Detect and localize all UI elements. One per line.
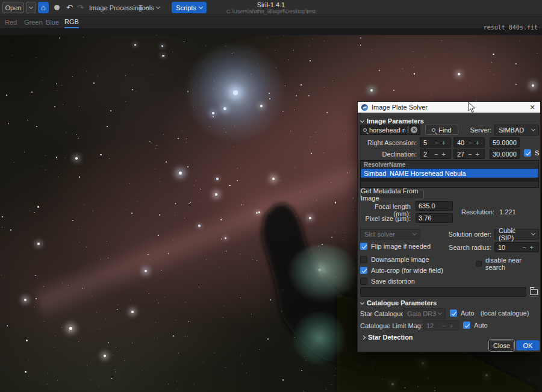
- flip-image-row[interactable]: Flip image if needed: [360, 243, 431, 250]
- tab-rgb-label: RGB: [64, 18, 79, 25]
- limit-mag-auto-checkbox[interactable]: [463, 322, 470, 329]
- undo-button[interactable]: [64, 2, 75, 13]
- search-input-value: horsehead nebula: [369, 126, 405, 134]
- star-catalogue-label: Star Catalogue:: [360, 310, 406, 317]
- minus-button[interactable]: −: [432, 139, 440, 146]
- dec-degrees-value: 2: [423, 151, 432, 158]
- record-circle-icon: [54, 5, 60, 10]
- tab-green[interactable]: Green: [24, 16, 43, 28]
- text-caret: [408, 126, 408, 133]
- table-row-selected[interactable]: Simbad NAME Horsehead Nebula: [361, 169, 538, 178]
- tab-blue-label: Blue: [46, 19, 59, 26]
- section-star-detection[interactable]: Star Detection: [361, 334, 413, 341]
- ok-button[interactable]: OK: [516, 340, 540, 350]
- open-dropdown-button[interactable]: [26, 2, 36, 13]
- dialog-titlebar[interactable]: Image Plate Solver: [358, 102, 540, 113]
- resolution-label: Resolution:: [461, 208, 494, 216]
- dialog-title: Image Plate Solver: [372, 104, 428, 111]
- teal-star-halo: [292, 311, 346, 365]
- ra-hours-value: 5: [423, 139, 432, 146]
- downsample-checkbox[interactable]: [360, 256, 367, 263]
- catalogue-auto-row[interactable]: Auto (local catalogue): [450, 310, 529, 317]
- siril-app-window: Siril-1.4.1 C:\Users\ahaha_9liwgef\Deskt…: [0, 0, 542, 392]
- plus-button[interactable]: +: [474, 151, 481, 158]
- plus-button[interactable]: +: [440, 139, 447, 146]
- focal-length-input[interactable]: 635.0: [416, 201, 453, 211]
- plus-button[interactable]: +: [528, 244, 535, 251]
- home-button[interactable]: [38, 2, 49, 13]
- minus-button[interactable]: −: [466, 151, 473, 158]
- south-checkbox-row[interactable]: S: [524, 149, 539, 157]
- search-radius-spinner[interactable]: 10 − +: [494, 242, 539, 252]
- resolver-table[interactable]: Resolver Name Simbad NAME Horsehead Nebu…: [360, 160, 539, 188]
- plus-button[interactable]: +: [440, 151, 447, 158]
- tab-red[interactable]: Red: [5, 16, 17, 28]
- minus-button[interactable]: −: [432, 151, 440, 158]
- flip-image-checkbox[interactable]: [360, 243, 367, 250]
- menu-scripts[interactable]: Scripts: [172, 2, 207, 13]
- section-catalogue-parameters[interactable]: Catalogue Parameters: [361, 299, 437, 306]
- dec-minutes-spinner[interactable]: 27 − +: [453, 149, 485, 159]
- minus-button[interactable]: −: [466, 139, 473, 146]
- close-icon[interactable]: [528, 103, 537, 111]
- focal-length-value: 635.0: [419, 202, 435, 210]
- plus-button[interactable]: +: [474, 139, 481, 146]
- near-search-row[interactable]: disable near search: [476, 257, 540, 271]
- autocrop-checkbox[interactable]: [360, 267, 367, 274]
- server-label: Server:: [465, 126, 491, 134]
- livestacking-button[interactable]: [51, 2, 62, 13]
- chevron-down-icon: [413, 231, 417, 235]
- south-checkbox[interactable]: [524, 149, 531, 157]
- limit-mag-spinner[interactable]: 12 − +: [423, 320, 459, 331]
- cell-resolver: Simbad: [361, 170, 387, 177]
- server-dropdown[interactable]: SIMBAD: [494, 125, 539, 135]
- pixel-size-input[interactable]: 3.76: [416, 213, 453, 223]
- autocrop-row[interactable]: Auto-crop (for wide field): [360, 267, 443, 274]
- solution-order-dropdown[interactable]: Cubic (SIP): [494, 229, 539, 240]
- limit-mag-auto-row[interactable]: Auto: [463, 322, 488, 329]
- get-metadata-button[interactable]: Get Metadata From Image: [360, 190, 424, 199]
- section-image-parameters[interactable]: Image Parameters: [361, 117, 424, 125]
- resolution-value: 1.221: [499, 208, 516, 216]
- menu-tools[interactable]: Tools: [139, 2, 160, 13]
- ra-seconds-input[interactable]: 59.0000: [490, 137, 520, 148]
- save-distortion-checkbox[interactable]: [360, 278, 367, 285]
- get-metadata-label: Get Metadata From Image: [361, 187, 423, 202]
- plus-button[interactable]: +: [448, 322, 455, 329]
- browse-folder-button[interactable]: [529, 287, 539, 297]
- siril-logo-icon: [361, 104, 368, 111]
- minus-button[interactable]: −: [520, 244, 528, 251]
- loaded-filename: result_840s.fit: [484, 24, 538, 31]
- minus-button[interactable]: −: [440, 322, 447, 329]
- folder-icon: [530, 289, 538, 295]
- near-search-checkbox[interactable]: [476, 261, 482, 267]
- limit-mag-label: Catalogue Limit Mag:: [360, 322, 423, 329]
- clear-search-icon[interactable]: [411, 126, 417, 133]
- ra-label: Right Ascension:: [360, 139, 417, 146]
- ra-minutes-value: 40: [457, 139, 466, 146]
- dec-degrees-spinner[interactable]: 2 − +: [420, 149, 451, 159]
- tab-red-label: Red: [5, 19, 17, 26]
- find-button[interactable]: Find: [425, 125, 458, 135]
- object-search-input[interactable]: horsehead nebula: [360, 125, 420, 135]
- dec-seconds-input[interactable]: 30.0000: [490, 149, 520, 159]
- downsample-row[interactable]: Downsample image: [360, 256, 429, 263]
- close-button[interactable]: Close: [490, 340, 514, 350]
- ra-hours-spinner[interactable]: 5 − +: [420, 137, 451, 148]
- menu-image-processing-label: Image Processing: [89, 4, 142, 11]
- solver-dropdown[interactable]: Siril solver: [360, 229, 420, 240]
- tab-blue[interactable]: Blue: [46, 16, 59, 28]
- save-distortion-row[interactable]: Save distortion: [360, 278, 415, 285]
- ra-minutes-spinner[interactable]: 40 − +: [453, 137, 485, 148]
- resolution-readout: Resolution: 1.221: [461, 208, 516, 216]
- star-catalogue-dropdown[interactable]: Gaia DR3: [403, 308, 446, 319]
- section-star-detection-label: Star Detection: [368, 334, 413, 341]
- section-catalogue-parameters-label: Catalogue Parameters: [367, 299, 437, 306]
- catalogue-auto-checkbox[interactable]: [450, 310, 457, 317]
- redo-button[interactable]: [75, 2, 86, 13]
- open-button[interactable]: Open: [2, 2, 24, 13]
- tab-green-label: Green: [24, 19, 43, 26]
- tab-rgb[interactable]: RGB: [64, 16, 79, 28]
- mouse-cursor: [468, 102, 476, 113]
- distortion-path-input[interactable]: [360, 287, 526, 297]
